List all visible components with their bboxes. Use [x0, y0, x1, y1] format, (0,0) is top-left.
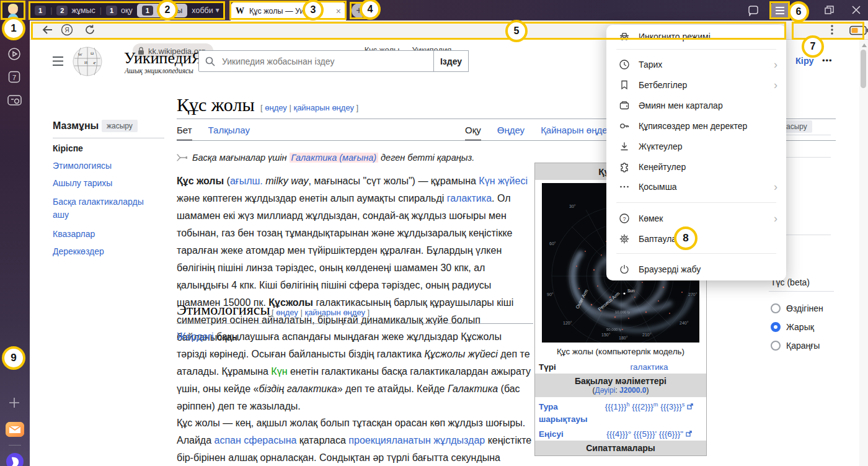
infobox-caption: Құс жолы (компьютерлік модель)	[535, 343, 706, 361]
wiki-menu-icon[interactable]	[52, 56, 64, 66]
bookmark-icon	[619, 79, 630, 91]
edit-source-link[interactable]: қайнарын өңдеу	[293, 103, 354, 112]
menu-item-bookmarks[interactable]: Бетбелгілер ›	[606, 76, 786, 94]
radio-auto[interactable]: Өздігінен	[771, 303, 823, 313]
article-paragraph-1: Құс жолы (ағылш. milky way, мағынасы "сү…	[177, 173, 533, 346]
svg-text:30°: 30°	[569, 204, 576, 208]
chevron-right-icon: ›	[774, 181, 777, 192]
radio-icon[interactable]	[771, 303, 781, 313]
menu-item-downloads[interactable]: Жүктеулер	[606, 137, 786, 156]
menu-item-extensions[interactable]: Кеңейтулер	[606, 158, 786, 176]
title-edit-links: [ өңдеу | қайнарын өңдеу ]	[260, 103, 358, 112]
annotation-step-3: 3	[303, 0, 324, 20]
ra-link[interactable]: Тура шарықтауы	[539, 401, 596, 426]
tab-read[interactable]: Оқу	[465, 125, 481, 141]
annotation-step-5: 5	[505, 20, 528, 42]
svg-text:270°: 270°	[688, 292, 698, 297]
tab-edit-source[interactable]: Қайнарын өңдеу	[541, 125, 612, 141]
wikipedia-logo[interactable]: WΩИ𐤀	[72, 46, 103, 77]
svg-text:Sun: Sun	[627, 289, 635, 293]
toc-item-other-galaxies[interactable]: Басқа галактикаларды ашу	[53, 195, 162, 222]
chevron-right-icon: ›	[774, 59, 777, 70]
search-button[interactable]: Іздеу	[433, 50, 469, 72]
annotation-step-2: 2	[157, 0, 178, 20]
svg-text:150°: 150°	[601, 333, 611, 337]
tab-edit[interactable]: Өңдеу	[497, 125, 525, 141]
toc-item-discovery[interactable]: Ашылу тарихы	[53, 178, 162, 188]
sidebar-add-icon[interactable]	[8, 397, 20, 409]
highlight-box-tab-groups	[29, 1, 225, 20]
dec-link[interactable]: Еңісуі	[539, 429, 596, 439]
galaxy-link[interactable]: галактика	[630, 362, 668, 372]
toc-item-quasars[interactable]: Квазарлар	[53, 229, 162, 239]
menu-item-wallet[interactable]: Әмиян мен карталар	[606, 96, 786, 115]
chevron-right-icon: ›	[774, 79, 777, 91]
tab-page[interactable]: Бет	[177, 125, 192, 141]
yandex-mail-icon[interactable]	[6, 421, 24, 437]
hatnote-text: Басқа мағыналар үшін Галактика (мағына) …	[192, 153, 474, 163]
radio-dark[interactable]: Қараңғы	[771, 341, 820, 351]
infobox-obs-header: Бақылау мәліметтері (Дәуірі: J2000.0)	[535, 374, 706, 397]
section-heading-etymology: Этимологиясы	[177, 302, 270, 318]
page-scrollbar[interactable]	[859, 40, 868, 466]
svg-text:180°: 180°	[619, 336, 628, 340]
svg-text:60°: 60°	[549, 241, 556, 246]
radio-icon[interactable]	[771, 341, 781, 351]
annotation-step-6: 6	[788, 1, 809, 22]
menu-item-history[interactable]: Тарих ›	[606, 55, 786, 74]
toc-item-intro[interactable]: Кіріспе	[53, 143, 162, 153]
wiki-header-more[interactable]: •••	[822, 56, 833, 65]
infobox-row-type: Түрі галактика	[535, 361, 706, 374]
menu-item-more[interactable]: Қосымша ›	[606, 177, 786, 196]
yandex-browser-icon[interactable]	[6, 452, 24, 466]
svg-text:Ω: Ω	[91, 51, 94, 56]
search-input[interactable]	[221, 56, 433, 67]
highlight-box-menu-button	[769, 1, 790, 19]
highlight-box-address-bar	[31, 22, 786, 40]
toc-divider	[53, 138, 164, 138]
menu-item-help[interactable]: ? Көмек ›	[606, 209, 786, 228]
toc-item-sources[interactable]: Дереккөздер	[53, 246, 162, 256]
annotation-step-7: 7	[802, 35, 824, 58]
download-icon	[619, 141, 630, 152]
toc-item-etymology[interactable]: Этимологиясы	[53, 161, 162, 171]
infobox-row-dec: Еңісуі {{{4}}}° {{{5}}}' {{{6}}}"	[535, 428, 706, 441]
radio-checked-icon[interactable]	[771, 322, 781, 332]
annotation-step-1: 1	[2, 17, 25, 40]
infobox-char-header: Сипаттамалары	[535, 441, 706, 455]
external-link-icon	[687, 403, 693, 410]
svg-text:240°: 240°	[680, 321, 689, 325]
radio-light[interactable]: Жарық	[771, 322, 814, 332]
wallet-icon	[619, 100, 630, 111]
sidebar-divider	[9, 445, 21, 446]
power-icon	[619, 264, 630, 275]
svg-text:50,000 ly: 50,000 ly	[606, 328, 621, 331]
tabs-counter-icon[interactable]: 7	[7, 70, 21, 84]
history-clock-icon	[619, 59, 630, 70]
wiki-wordmark[interactable]: УикипедиЯ	[124, 49, 202, 68]
search-icon	[205, 56, 215, 66]
scrollbar-up-arrow[interactable]	[862, 43, 867, 47]
svg-text:210°: 210°	[642, 333, 652, 337]
screenshot-icon[interactable]	[7, 94, 22, 107]
scrollbar-thumb[interactable]	[861, 50, 866, 88]
ellipsis-icon	[619, 181, 630, 192]
side-panel-icon[interactable]	[748, 5, 759, 16]
key-icon	[619, 120, 630, 132]
toc-hide-button[interactable]: жасыру	[102, 120, 138, 132]
annotation-step-8: 8	[674, 226, 698, 250]
tab-talk[interactable]: Талқылау	[208, 125, 250, 141]
window-close-button[interactable]	[851, 5, 861, 15]
chevron-right-icon: ›	[774, 213, 777, 224]
wiki-search-box[interactable]	[198, 50, 434, 72]
highlight-box-tab	[229, 1, 347, 20]
redirect-fork-icon	[177, 153, 187, 162]
annotation-step-9: 9	[2, 346, 25, 370]
menu-item-passwords[interactable]: Құпиясөздер мен деректер	[606, 117, 786, 135]
article-title: Құс жолы	[177, 94, 255, 115]
menu-item-close-browser[interactable]: Браузерді жабу	[606, 260, 786, 279]
edit-link[interactable]: өңдеу	[265, 103, 287, 112]
window-restore-button[interactable]	[825, 6, 834, 15]
puzzle-icon	[619, 161, 630, 173]
video-player-icon[interactable]	[7, 47, 21, 61]
